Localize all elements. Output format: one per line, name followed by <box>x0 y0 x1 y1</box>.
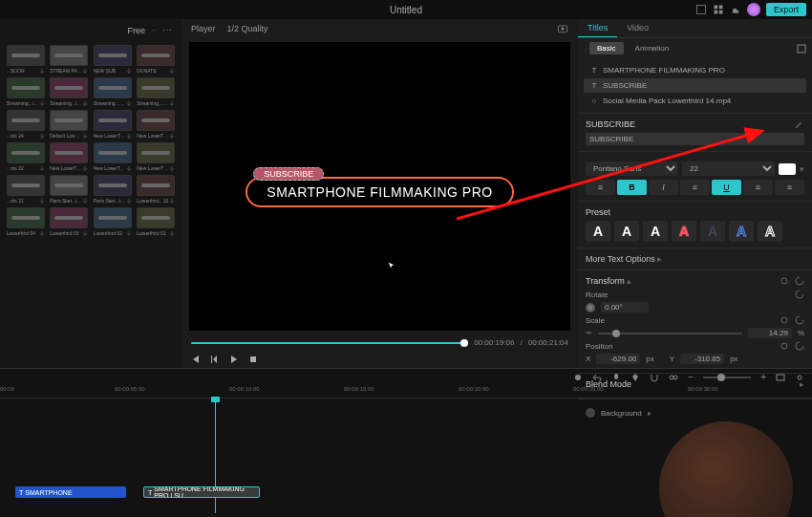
grid-icon[interactable] <box>713 4 724 15</box>
asset-thumb[interactable]: Streaming...ird 04 <box>6 77 46 106</box>
more-text-options[interactable]: More Text Options <box>586 254 655 264</box>
asset-thumb[interactable]: Lowerthird 02 <box>93 207 133 236</box>
export-button[interactable]: Export <box>766 3 806 16</box>
preset-1[interactable]: A <box>586 221 610 242</box>
user-avatar[interactable] <box>747 3 760 16</box>
subtab-animation[interactable]: Animation <box>628 42 677 54</box>
layer-item[interactable]: TSMARTPHONE FILMMAKING PRO <box>584 63 806 77</box>
asset-thumb[interactable]: Lowerthird 04 <box>6 207 46 236</box>
font-size-select[interactable]: 22 <box>682 162 775 176</box>
asset-thumb[interactable]: Lowerthird 03 <box>50 207 90 236</box>
filter-label[interactable]: Free <box>127 26 145 35</box>
pos-reset-icon[interactable] <box>795 341 804 351</box>
cloud-icon[interactable] <box>730 4 741 15</box>
settings-tl-icon[interactable] <box>795 373 804 382</box>
asset-thumb[interactable]: Default Lowerthird <box>50 110 90 139</box>
step-back-icon[interactable] <box>210 355 220 364</box>
text-content-input[interactable] <box>586 133 804 145</box>
pos-kf-icon[interactable] <box>780 341 789 351</box>
fit-icon[interactable] <box>776 373 785 382</box>
preset-7[interactable]: A <box>758 221 782 242</box>
more-icon[interactable]: ⋯ <box>162 25 172 35</box>
asset-thumb[interactable]: Streaming...ird 03 <box>50 77 90 106</box>
tab-video[interactable]: Video <box>617 19 658 37</box>
asset-thumb[interactable]: New LowerThirds 40 <box>137 110 177 139</box>
align-left-button[interactable]: ≡ <box>586 180 615 195</box>
asset-thumb[interactable]: Streaming...erthird 07 <box>93 77 133 106</box>
link-tl-icon[interactable] <box>669 373 678 382</box>
keyframe-icon[interactable] <box>780 276 789 286</box>
stop-icon[interactable] <box>248 355 258 364</box>
scale-input[interactable] <box>748 328 792 338</box>
tab-titles[interactable]: Titles <box>578 19 617 37</box>
scale-slider[interactable] <box>598 333 742 334</box>
font-color-swatch[interactable] <box>779 163 796 175</box>
preset-6[interactable]: A <box>729 221 754 242</box>
seek-bar[interactable] <box>191 342 468 344</box>
preset-2[interactable]: A <box>614 221 639 242</box>
asset-thumb[interactable]: DONATE <box>137 45 177 74</box>
layer-item[interactable]: ○Social Media Pack Lowerthird 14.mp4 <box>584 94 806 108</box>
scale-reset-icon[interactable] <box>795 315 804 325</box>
font-family-select[interactable]: Pontano Sans <box>586 162 678 176</box>
preset-4[interactable]: A <box>672 221 696 242</box>
align-justify-button[interactable]: ≡ <box>775 180 804 195</box>
pos-y-input[interactable] <box>680 354 724 364</box>
quality-select[interactable]: 1/2 Quality <box>227 24 268 33</box>
record-icon[interactable] <box>573 373 583 382</box>
bold-button[interactable]: B <box>617 180 647 195</box>
mic-icon[interactable] <box>611 373 621 382</box>
pos-x-input[interactable] <box>596 354 640 364</box>
preview-viewport[interactable]: SUBSCRIBE SMARTPHONE FILMMAKING PRO <box>189 42 570 331</box>
reset-icon[interactable] <box>795 276 804 286</box>
asset-thumb[interactable]: Paris Sket...third 01 <box>93 175 133 204</box>
scale-kf-icon[interactable] <box>780 315 789 325</box>
marker-icon[interactable] <box>630 373 640 382</box>
chevron-down-icon[interactable] <box>151 28 157 33</box>
asset-thumb[interactable]: Lowerthird 01 <box>137 207 177 236</box>
prev-icon[interactable] <box>191 355 201 364</box>
asset-thumb[interactable]: Streaming...erthird 05 <box>137 77 177 106</box>
asset-thumb[interactable]: ...rds 22 <box>6 142 46 171</box>
subtab-basic[interactable]: Basic <box>589 42 624 54</box>
align-center-button[interactable]: ≡ <box>680 180 710 195</box>
play-icon[interactable] <box>229 355 239 364</box>
zoom-slider[interactable] <box>703 377 751 378</box>
asset-thumb[interactable]: STREAM PAUSED <box>50 45 90 74</box>
expand-icon[interactable] <box>797 44 806 54</box>
player-tab[interactable]: Player <box>191 24 216 33</box>
preset-3[interactable]: A <box>643 221 668 242</box>
edit-icon[interactable] <box>795 119 804 129</box>
asset-thumb[interactable]: New LowerThirds 12 <box>137 142 177 171</box>
snapshot-icon[interactable] <box>557 23 568 34</box>
asset-thumb[interactable]: Lowerthird...16 <box>137 175 177 204</box>
clip-title[interactable]: TSMARTPHONE FILMMAKING PRO | SU <box>143 486 260 498</box>
rotate-reset-icon[interactable] <box>795 290 804 299</box>
asset-thumb[interactable]: New LowerThirds 19 <box>93 142 133 171</box>
transform-label[interactable]: Transform <box>586 276 625 286</box>
preset-5[interactable]: A <box>700 221 725 242</box>
undo-icon[interactable] <box>592 373 602 382</box>
layout-icon[interactable] <box>695 4 707 15</box>
color-more-icon[interactable]: ▾ <box>800 164 804 174</box>
subscribe-pill[interactable]: SUBSCRIBE <box>253 167 324 181</box>
layer-item[interactable]: TSUBSCRIBE <box>584 78 806 93</box>
asset-thumb[interactable]: Paris Sket...third 02 <box>50 175 90 204</box>
underline-button[interactable]: U <box>712 180 741 195</box>
snap-icon[interactable] <box>650 373 659 382</box>
asset-thumb[interactable]: NEW SUB <box>93 45 133 74</box>
asset-thumb[interactable]: ...SOON <box>6 45 46 74</box>
clip-smartphone[interactable]: TSMARTPHONE <box>15 486 126 498</box>
link-icon[interactable]: ⚮ <box>586 329 592 337</box>
asset-thumb[interactable]: ...rds 24 <box>6 110 46 139</box>
rotate-input[interactable] <box>601 302 649 312</box>
rotate-dial[interactable] <box>586 303 595 312</box>
asset-thumb[interactable]: New LowerThirds 0 <box>93 110 133 139</box>
italic-button[interactable]: I <box>649 180 678 195</box>
align-right-button[interactable]: ≡ <box>743 180 773 195</box>
topbar-right: Export <box>695 3 806 16</box>
asset-thumb[interactable]: ...rds 21 <box>6 175 46 204</box>
asset-thumb[interactable]: New LowerThirds 18 <box>50 142 90 171</box>
title-element[interactable]: SUBSCRIBE SMARTPHONE FILMMAKING PRO <box>246 165 513 207</box>
timeline-ruler[interactable]: 00:0000:00:05:0000:00:10:0000:00:15:0000… <box>0 385 812 399</box>
